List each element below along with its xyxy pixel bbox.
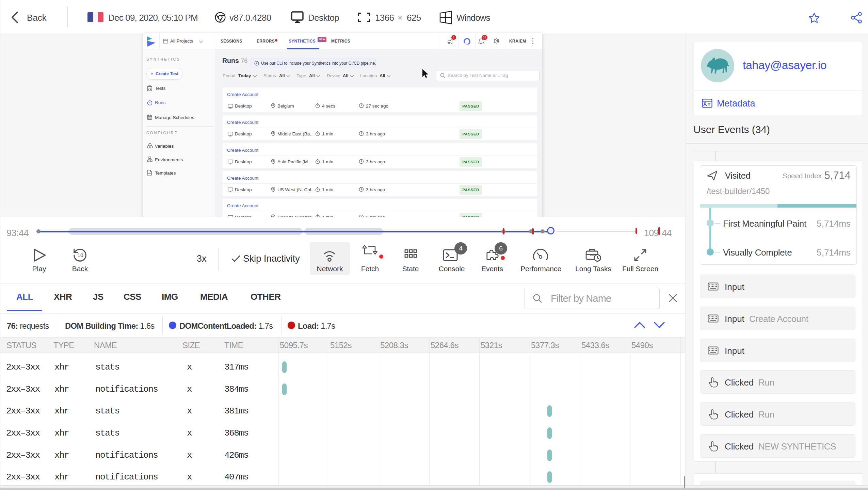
- svg-text:10: 10: [77, 252, 83, 258]
